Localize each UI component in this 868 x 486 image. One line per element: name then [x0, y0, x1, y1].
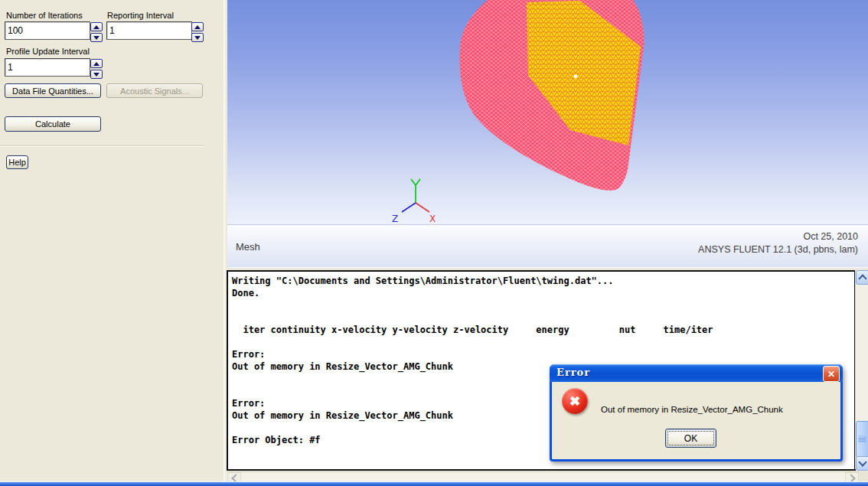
spinner-up-icon[interactable]: [90, 22, 103, 31]
reporting-interval-input[interactable]: [106, 21, 192, 40]
down-arrow-icon: [93, 73, 100, 77]
thumb-grip-icon: [859, 436, 866, 437]
chevron-up-icon: [858, 274, 866, 282]
panel-divider: [0, 145, 205, 147]
iterations-label: Number of Iterations: [6, 11, 83, 20]
error-icon: ✖: [562, 388, 588, 414]
fluent-window: Number of Iterations Reporting Interval …: [0, 0, 868, 486]
spinner-down-icon[interactable]: [90, 70, 103, 79]
axis-x-label: X: [429, 214, 436, 224]
app-version-stamp: ANSYS FLUENT 12.1 (3d, pbns, lam): [698, 243, 858, 256]
profile-update-interval-label: Profile Update Interval: [6, 47, 90, 56]
graphics-viewport: X Z Mesh Oct 25, 2010 ANSYS FLUENT 12.1 …: [227, 0, 868, 267]
up-arrow-icon: [194, 25, 201, 29]
axis-z-label: Z: [392, 214, 398, 224]
down-arrow-icon: [93, 36, 100, 40]
ok-button[interactable]: OK: [665, 429, 716, 448]
profile-update-interval-spinner: [90, 59, 103, 79]
spinner-up-icon[interactable]: [191, 22, 204, 31]
iterations-input[interactable]: [5, 21, 90, 40]
viewport-caption-bar: Mesh Oct 25, 2010 ANSYS FLUENT 12.1 (3d,…: [227, 224, 868, 268]
acoustic-signals-button: Acoustic Signals...: [106, 83, 203, 98]
spinner-down-icon[interactable]: [90, 33, 103, 42]
iterations-spinner: [90, 22, 103, 42]
dialog-title: Error: [556, 367, 590, 378]
calculate-button[interactable]: Calculate: [5, 116, 101, 132]
reporting-interval-label: Reporting Interval: [107, 11, 174, 20]
reporting-interval-spinner: [191, 22, 204, 42]
taskbar-edge: [0, 481, 868, 486]
profile-update-interval-input[interactable]: [5, 58, 90, 77]
down-arrow-icon: [194, 36, 201, 40]
dialog-titlebar[interactable]: Error ✕: [550, 364, 843, 382]
axis-triad-icon: X Z: [392, 179, 436, 224]
console-vertical-scrollbar[interactable]: [855, 270, 868, 469]
data-file-quantities-button[interactable]: Data File Quantities...: [5, 83, 101, 98]
display-mode-label: Mesh: [236, 241, 260, 253]
vertical-scroll-thumb[interactable]: [856, 421, 868, 458]
up-arrow-icon: [93, 62, 100, 66]
error-dialog: Error ✕ ✖ Out of memory in Resize_Vector…: [550, 364, 843, 462]
dialog-message: Out of memory in Resize_Vector_AMG_Chunk: [601, 405, 783, 414]
mesh-display-canvas[interactable]: X Z: [227, 0, 868, 224]
mesh-render: X Z: [227, 0, 868, 224]
scroll-up-button[interactable]: [856, 270, 868, 285]
help-button[interactable]: Help: [6, 155, 28, 169]
chevron-down-icon: [858, 458, 866, 466]
close-icon[interactable]: ✕: [823, 366, 840, 382]
scroll-down-button[interactable]: [856, 456, 868, 471]
mesh-point-marker: [574, 75, 578, 79]
spinner-down-icon[interactable]: [191, 33, 204, 42]
up-arrow-icon: [93, 25, 100, 29]
app-stamp: Oct 25, 2010 ANSYS FLUENT 12.1 (3d, pbns…: [698, 230, 858, 256]
spinner-up-icon[interactable]: [90, 59, 103, 68]
date-stamp: Oct 25, 2010: [698, 230, 858, 243]
